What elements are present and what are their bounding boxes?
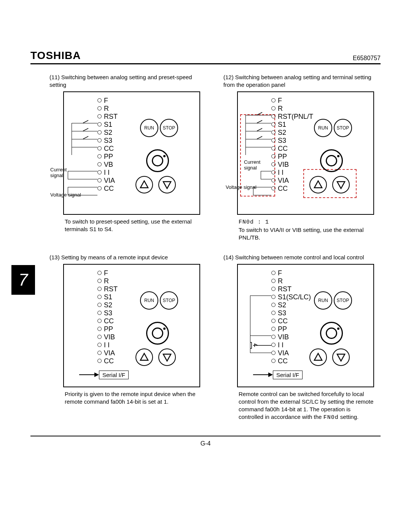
note: Priority is given to the remote input de… — [65, 390, 202, 406]
serial-if-box: Serial I/F — [99, 371, 129, 379]
arrow-icon — [79, 371, 99, 379]
pane-14: (14) Switching between remote control an… — [222, 252, 381, 422]
svg-marker-9 — [314, 181, 322, 188]
terminal-list: F R RST S1 S2 S3 CC PP VB I I VIA CC — [97, 97, 118, 193]
diagram: F R RST(PNL/T S1 S2 S3 CC PP VIB I I VIA… — [237, 91, 374, 215]
up-button-icon — [309, 176, 327, 193]
svg-marker-20 — [314, 353, 322, 360]
dial-icon — [146, 149, 169, 172]
svg-marker-21 — [337, 354, 345, 361]
dial-icon — [146, 322, 169, 345]
diagram: F R RST S1(SC/LC) S2 S3 CC PP VIB I I VI… — [237, 264, 374, 387]
svg-marker-12 — [94, 372, 99, 377]
down-button-icon — [332, 348, 350, 366]
caption: (14) Switching between remote control an… — [223, 254, 381, 261]
diagram: F R RST S1 S2 S3 CC PP VB I I VIA CC — [63, 91, 200, 215]
svg-marker-19 — [268, 372, 273, 377]
diagram-grid: (11) Switching between analog setting an… — [48, 72, 381, 422]
down-button-icon — [332, 176, 350, 193]
page-header: TOSHIBA E6580757 — [30, 50, 381, 64]
stop-button-icon: STOP — [160, 119, 178, 137]
up-button-icon — [135, 348, 153, 366]
run-button-icon: RUN — [314, 119, 332, 137]
pane-13: (13) Setting by means of a remote input … — [48, 252, 207, 422]
svg-line-0 — [83, 120, 88, 123]
section-tab: 7 — [11, 265, 35, 295]
arrow-icon — [253, 371, 273, 379]
terminal-list: F R RST S1(SC/LC) S2 S3 CC PP VIB I I VI… — [271, 269, 311, 365]
caption: (12) Switching between analog setting an… — [223, 73, 381, 89]
note: Remote control can be switched forcefull… — [239, 390, 376, 422]
diagram: F R RST S1 S2 S3 CC PP VIB I I VIA CC Se… — [63, 264, 200, 387]
svg-marker-14 — [163, 354, 171, 361]
svg-line-1 — [83, 128, 88, 131]
down-button-icon — [158, 176, 176, 193]
svg-line-5 — [257, 112, 262, 115]
brand-logo: TOSHIBA — [30, 50, 81, 62]
serial-if-box: Serial I/F — [273, 371, 303, 379]
svg-line-2 — [83, 136, 88, 139]
doc-id: E6580757 — [353, 55, 381, 62]
note: To switch to preset-speed setting, use t… — [65, 218, 202, 233]
stop-button-icon: STOP — [334, 119, 352, 137]
stop-button-icon: STOP — [160, 291, 178, 310]
up-button-icon — [309, 348, 327, 366]
dial-icon — [320, 322, 343, 345]
terminal-list: F R RST(PNL/T S1 S2 S3 CC PP VIB I I VIA… — [271, 97, 313, 193]
down-button-icon — [158, 348, 176, 366]
terminal-list: F R RST S1 S2 S3 CC PP VIB I I VIA CC — [97, 269, 118, 365]
svg-marker-3 — [140, 181, 148, 188]
footer-rule — [30, 436, 381, 436]
run-button-icon: RUN — [140, 119, 158, 137]
up-button-icon — [135, 176, 153, 193]
caption: (11) Switching between analog setting an… — [49, 73, 207, 89]
pane-12: (12) Switching between analog setting an… — [222, 72, 381, 241]
svg-line-6 — [257, 120, 262, 123]
svg-marker-10 — [337, 182, 345, 189]
potentiometer-icon — [250, 339, 271, 354]
page-number: G-4 — [0, 440, 411, 447]
svg-line-8 — [257, 136, 262, 139]
svg-marker-13 — [140, 353, 148, 360]
svg-line-7 — [257, 128, 262, 131]
note: FN0d : 1 To switch to VIA/II or VIB sett… — [239, 218, 376, 242]
caption: (13) Setting by means of a remote input … — [49, 254, 207, 261]
run-button-icon: RUN — [140, 291, 158, 310]
pane-11: (11) Switching between analog setting an… — [48, 72, 207, 241]
svg-marker-4 — [163, 182, 171, 189]
stop-button-icon: STOP — [334, 291, 352, 310]
run-button-icon: RUN — [314, 291, 332, 310]
dial-icon — [320, 149, 343, 172]
